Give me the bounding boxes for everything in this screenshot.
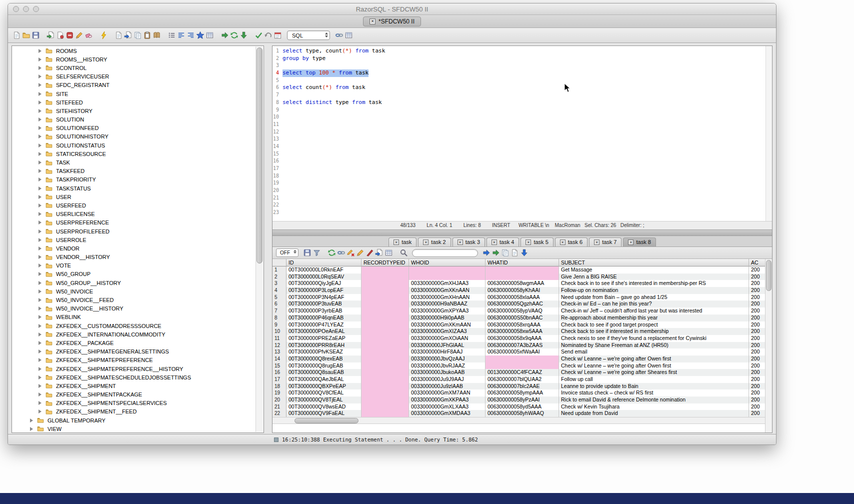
disclosure-triangle-icon[interactable]	[38, 74, 42, 78]
link-results-icon[interactable]	[336, 248, 346, 258]
cell-whatid[interactable]: 0063000000S50bnAAC	[486, 314, 559, 322]
cell-ac[interactable]: 200	[749, 274, 765, 280]
cell-whatid[interactable]: 006300000058ympAAA	[486, 390, 559, 396]
cell-ac[interactable]: 200	[749, 335, 765, 342]
table-row[interactable]: 1600T3000000Q8sauEAB0033000000JbukoAAB00…	[272, 369, 765, 376]
edit-file-icon[interactable]	[74, 30, 84, 40]
sidebar-item-userpreference[interactable]: USERPREFERENCE	[12, 218, 256, 227]
sidebar-item-solutionfeed[interactable]: SOLUTIONFEED	[12, 124, 256, 132]
code-line[interactable]: 8select distinct type from task	[272, 99, 766, 106]
horizontal-splitter[interactable]	[272, 230, 772, 236]
cell-id[interactable]: 00T3000000P3N4pEAF	[286, 294, 362, 301]
results-vscrollbar-thumb[interactable]	[766, 260, 772, 291]
table-row[interactable]: 200T3000000L0RqSEAVGive Jenn a BIG RAISE…	[272, 274, 765, 280]
cell-whoid[interactable]: 0033000000GmXKnAAN	[409, 287, 486, 294]
sidebar-item-w50-invoice[interactable]: W50_INVOICE	[12, 287, 256, 296]
cell-subject[interactable]: Check back to see if good target prospec…	[559, 322, 749, 328]
cell-ac[interactable]: 200	[749, 404, 765, 410]
disclosure-triangle-icon[interactable]	[38, 186, 42, 190]
disclosure-triangle-icon[interactable]	[38, 134, 42, 138]
cell-recordtypeid[interactable]	[362, 308, 409, 314]
cell-ac[interactable]: 200	[749, 287, 765, 294]
sidebar-scrollbar[interactable]	[256, 46, 263, 432]
results-tab-task-7[interactable]: ✕task 7	[589, 238, 622, 246]
execute-all-icon[interactable]	[230, 30, 239, 40]
disclosure-triangle-icon[interactable]	[38, 272, 42, 276]
cell-whoid[interactable]: 0033000000GmXKPAA3	[409, 396, 486, 404]
editor-scrollbar[interactable]	[766, 46, 772, 221]
disclosure-triangle-icon[interactable]	[30, 427, 33, 431]
code-line[interactable]: 16	[272, 158, 766, 165]
cell-recordtypeid[interactable]	[362, 280, 409, 287]
cell-id[interactable]: 00T3000000L0RknEAF	[286, 266, 362, 274]
sidebar-item-zkfedex-shipmategeneralsettings[interactable]: ZKFEDEX__SHIPMATEGENERALSETTINGS	[12, 348, 256, 356]
sidebar-item-task[interactable]: TASK	[12, 158, 256, 166]
cell-id[interactable]: 00T3000000POeAnEAL	[286, 328, 362, 335]
history-calendar-icon[interactable]	[273, 30, 282, 40]
cell-recordtypeid[interactable]	[362, 376, 409, 383]
cell-subject[interactable]: Leanne to provide update to Bain	[559, 383, 749, 390]
cell-ac[interactable]: 200	[749, 362, 765, 370]
cell-id[interactable]: 00T3000000PRR8rEAH	[286, 342, 362, 349]
disclosure-triangle-icon[interactable]	[38, 230, 42, 234]
copy-rows-icon[interactable]	[500, 248, 510, 258]
syntax-check-icon[interactable]	[254, 30, 264, 40]
sidebar-item-sitehistory[interactable]: SITEHISTORY	[12, 106, 256, 115]
sql-code-area[interactable]: 1select type, count(*) from task2group b…	[272, 46, 766, 221]
sidebar-item-solutionhistory[interactable]: SOLUTIONHISTORY	[12, 132, 256, 141]
favorites-star-icon[interactable]	[196, 30, 205, 40]
minimize-button[interactable]	[23, 6, 29, 12]
cell-whatid[interactable]: 00630000005xfWaAAI	[486, 348, 559, 356]
disclosure-triangle-icon[interactable]	[38, 392, 42, 396]
table-row[interactable]: 1700T3000000QAeJbEAL0033000000Ju9J9AAJ00…	[272, 376, 765, 383]
results-tab-task-8[interactable]: ✕task 8	[623, 238, 656, 246]
cell-ac[interactable]: 200	[749, 356, 765, 362]
column-header-subject[interactable]: SUBJECT	[559, 259, 749, 266]
tab-close-icon[interactable]: ✕	[628, 240, 634, 245]
disclosure-triangle-icon[interactable]	[30, 418, 33, 422]
results-tab-task[interactable]: ✕task	[388, 238, 416, 246]
cell-recordtypeid[interactable]	[362, 369, 409, 376]
cell-subject[interactable]: Check-in w/ Ed – can he join this year?	[559, 300, 749, 308]
code-line[interactable]: 17	[272, 165, 766, 172]
results-tab-task-5[interactable]: ✕task 5	[520, 238, 553, 246]
format-sql-alt-icon[interactable]	[186, 30, 196, 40]
cell-whatid[interactable]: 006300000058yPzAAI	[486, 396, 559, 404]
tab-close-icon[interactable]: ✕	[492, 240, 497, 245]
undo-icon[interactable]	[264, 30, 273, 40]
tab-close-icon[interactable]: ✕	[423, 240, 428, 245]
cell-subject[interactable]: Check back in to see if she's interested…	[559, 280, 749, 287]
sidebar-item-vote[interactable]: VOTE	[12, 262, 256, 270]
cell-subject[interactable]: Check-in w/ Jeff – couldn't afford last …	[559, 308, 749, 314]
cell-ac[interactable]: 200	[749, 322, 765, 328]
results-hscrollbar[interactable]	[272, 417, 765, 424]
sidebar-item-weblink[interactable]: WEBLINK	[12, 313, 256, 322]
code-line[interactable]: 1select type, count(*) from task	[272, 48, 766, 55]
cell-id[interactable]: 00T3000000QiyJgEAJ	[286, 280, 362, 287]
sidebar-scrollbar-thumb[interactable]	[256, 48, 262, 264]
disclosure-triangle-icon[interactable]	[38, 384, 42, 388]
cell-subject[interactable]: Send email	[559, 348, 749, 356]
table-row[interactable]: 900T3000000P47LYEAZ0033000000GmXKmAAN006…	[272, 322, 765, 328]
format-sql-icon[interactable]	[176, 30, 186, 40]
append-arrow-icon[interactable]	[491, 248, 500, 258]
export-results-icon[interactable]	[374, 248, 384, 258]
cell-whoid[interactable]: 0033000000Ju9J9AAJ	[409, 376, 486, 383]
code-line[interactable]: 7	[272, 92, 766, 99]
cell-ac[interactable]: 200	[749, 266, 765, 274]
cell-subject[interactable]: Follow-up on nomination	[559, 287, 749, 294]
cell-recordtypeid[interactable]	[362, 274, 409, 280]
zoom-button[interactable]	[33, 6, 39, 12]
cell-whatid[interactable]: 006300000058ypVAAQ	[486, 308, 559, 314]
cell-whoid[interactable]: 0033000000Ju9zlAAB	[409, 383, 486, 390]
new-file-icon[interactable]	[12, 30, 22, 40]
cell-whoid[interactable]: 0033000000GmXHJAA3	[409, 280, 486, 287]
add-connection-icon[interactable]	[56, 30, 65, 40]
sidebar-item-zkfedex-package[interactable]: ZKFEDEX__PACKAGE	[12, 338, 256, 347]
sidebar-item-userrole[interactable]: USERROLE	[12, 236, 256, 244]
tab-close-icon[interactable]: ✕	[458, 240, 463, 245]
table-row[interactable]: 1400T3000000Q8rexEAB0033000000JbvQzAAJCh…	[272, 356, 765, 362]
column-header-ac[interactable]: AC	[749, 259, 765, 266]
pen-icon[interactable]	[365, 248, 374, 258]
code-line[interactable]: 15	[272, 150, 766, 158]
